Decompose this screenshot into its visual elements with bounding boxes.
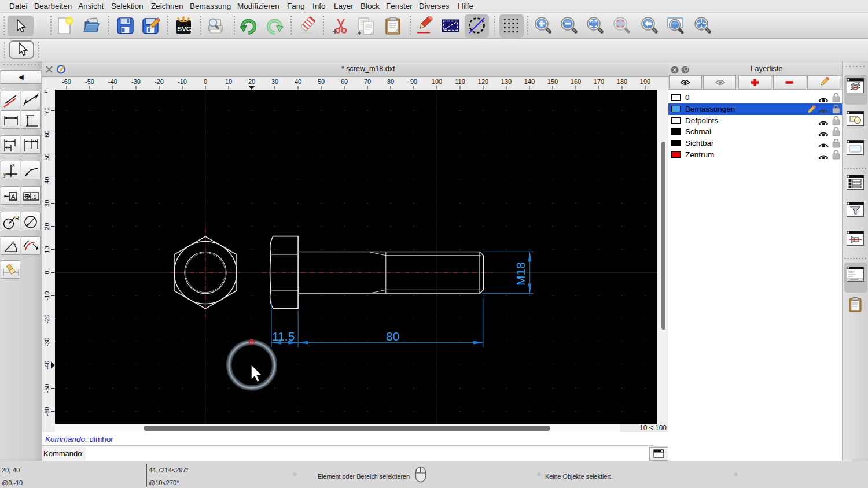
svg-text:140: 140 [524,78,535,85]
svg-text:-30: -30 [43,338,50,347]
svg-text:x: x [12,162,15,168]
svg-text:11.5: 11.5 [272,330,295,343]
svg-text:-10: -10 [43,291,50,301]
svg-text:130: 130 [501,78,512,85]
svg-text:command: command [850,278,858,280]
svg-text:180: 180 [617,78,627,85]
svg-text:-20: -20 [155,78,164,85]
svg-text:20: 20 [43,223,50,230]
svg-text:0: 0 [204,78,207,85]
svg-text:30: 30 [43,199,50,206]
svg-text:160: 160 [571,78,581,85]
svg-text:40: 40 [295,78,301,85]
svg-text:80: 80 [387,78,394,85]
svg-text:-10: -10 [178,78,187,85]
svg-text:50: 50 [318,78,325,85]
svg-text:-60: -60 [62,78,71,85]
svg-text:-60: -60 [43,407,50,416]
svg-text:.1: .1 [32,194,36,200]
svg-text:-50: -50 [85,78,94,85]
svg-text:190: 190 [640,78,650,85]
svg-text:20: 20 [248,78,255,85]
svg-text:M18: M18 [514,262,527,286]
svg-text:150: 150 [547,78,558,85]
svg-text:-50: -50 [43,384,50,393]
svg-text:70: 70 [43,107,50,114]
svg-text:y: y [3,172,6,178]
svg-text:R: R [15,215,19,221]
svg-text:-30: -30 [131,78,141,85]
svg-text:-20: -20 [43,315,50,324]
svg-text:30: 30 [271,78,278,85]
svg-text:70: 70 [364,78,371,85]
svg-text:170: 170 [594,78,604,85]
svg-text:-40: -40 [43,361,50,370]
svg-text:60: 60 [43,130,50,137]
svg-text:A: A [11,193,16,199]
svg-text:100: 100 [432,78,442,85]
svg-text:-40: -40 [108,78,117,85]
svg-text:50: 50 [43,153,50,160]
svg-text:80: 80 [386,330,399,343]
svg-text:40: 40 [43,176,50,183]
svg-text:SVG: SVG [178,25,192,32]
svg-text:≈: ≈ [44,90,47,95]
svg-text:10: 10 [225,78,232,85]
svg-text:90: 90 [410,78,417,85]
svg-text:120: 120 [478,78,488,85]
svg-text:110: 110 [455,78,465,85]
svg-text:60: 60 [341,78,348,85]
svg-text:0: 0 [43,271,50,274]
svg-text:10: 10 [43,246,50,253]
